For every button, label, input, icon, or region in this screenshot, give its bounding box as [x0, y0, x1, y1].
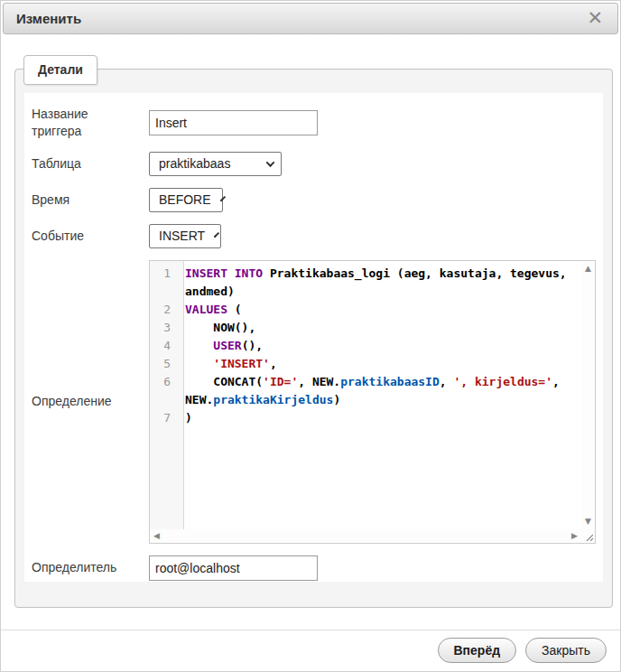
event-select-value: INSERT — [159, 229, 205, 243]
event-row: Событие INSERT — [32, 224, 596, 248]
definition-label: Определение — [32, 393, 149, 410]
code-line: 4 USER(), — [150, 337, 581, 355]
scroll-down-icon[interactable]: ▼ — [585, 518, 591, 526]
trigger-name-input[interactable] — [149, 110, 318, 135]
definer-label: Определитель — [32, 559, 149, 576]
scroll-up-icon[interactable]: ▲ — [585, 265, 591, 273]
close-button[interactable]: Закрыть — [525, 638, 607, 663]
dialog-title: Изменить — [16, 11, 81, 26]
table-select[interactable]: praktikabaas — [149, 152, 282, 176]
code-line: 7) — [150, 409, 581, 427]
table-row: Таблица praktikabaas — [32, 152, 596, 176]
code-line: 3 NOW(), — [150, 319, 581, 337]
edit-trigger-dialog: Изменить ✕ Детали Название триггера Табл… — [0, 0, 621, 672]
code-text: ) — [179, 409, 192, 427]
code-text: USER(), — [179, 337, 263, 355]
line-number: 5 — [150, 355, 179, 373]
code-line: 6 CONCAT('ID=', NEW.praktikabaasID, ', k… — [150, 373, 581, 391]
dialog-titlebar[interactable]: Изменить ✕ — [3, 3, 618, 34]
definer-input[interactable] — [149, 555, 318, 581]
code-lines: 1INSERT INTO Praktikabaas_logi (aeg, kas… — [150, 261, 581, 427]
code-line: 2VALUES ( — [150, 301, 581, 319]
line-number — [150, 283, 179, 301]
line-number: 3 — [150, 319, 179, 337]
details-fieldset: Детали Название триггера Таблица praktik… — [14, 69, 613, 608]
tab-details[interactable]: Детали — [23, 55, 97, 85]
chevron-down-icon — [214, 232, 219, 238]
line-number — [150, 391, 179, 409]
event-select[interactable]: INSERT — [149, 224, 221, 248]
editor-resize-handle[interactable] — [581, 529, 595, 543]
sql-code-editor[interactable]: 1INSERT INTO Praktikabaas_logi (aeg, kas… — [149, 260, 596, 544]
line-number: 7 — [150, 409, 179, 427]
close-icon[interactable]: ✕ — [583, 7, 607, 30]
time-label: Время — [32, 191, 149, 209]
vertical-scrollbar[interactable]: ▲ ▼ — [581, 261, 595, 529]
line-number: 1 — [150, 265, 179, 283]
dialog-footer: Вперёд Закрыть — [1, 630, 620, 671]
code-text: CONCAT('ID=', NEW.praktikabaasID, ', kir… — [179, 373, 560, 391]
line-number: 4 — [150, 337, 179, 355]
horizontal-scrollbar[interactable]: ◀ ▶ — [150, 529, 581, 543]
details-form: Название триггера Таблица praktikabaas — [24, 93, 603, 582]
forward-button[interactable]: Вперёд — [438, 638, 517, 663]
code-line: 1INSERT INTO Praktikabaas_logi (aeg, kas… — [150, 265, 581, 283]
time-select-value: BEFORE — [159, 192, 211, 207]
code-line: NEW.praktikaKirjeldus) — [150, 391, 581, 409]
scroll-left-icon[interactable]: ◀ — [153, 532, 160, 540]
code-text: NEW.praktikaKirjeldus) — [179, 391, 340, 409]
trigger-name-label: Название триггера — [32, 106, 149, 140]
time-select[interactable]: BEFORE — [149, 188, 223, 212]
definer-row: Определитель — [32, 555, 596, 581]
time-row: Время BEFORE — [32, 188, 596, 212]
code-text: 'INSERT', — [179, 355, 277, 373]
code-text: NOW(), — [179, 319, 255, 337]
code-text: INSERT INTO Praktikabaas_logi (aeg, kasu… — [179, 265, 567, 283]
dialog-content: Детали Название триггера Таблица praktik… — [1, 36, 620, 608]
code-area[interactable]: 1INSERT INTO Praktikabaas_logi (aeg, kas… — [150, 261, 581, 529]
code-text: andmed) — [179, 283, 235, 301]
code-line: andmed) — [150, 283, 581, 301]
scroll-right-icon[interactable]: ▶ — [571, 532, 578, 540]
resize-grip-icon — [584, 532, 593, 541]
chevron-down-icon — [266, 158, 275, 167]
definition-row: Определение 1INSERT INTO Praktikabaas_lo… — [32, 260, 596, 544]
line-number: 6 — [150, 373, 179, 391]
table-label: Таблица — [32, 155, 149, 173]
event-label: Событие — [32, 228, 149, 245]
line-number: 2 — [150, 301, 179, 319]
code-text: VALUES ( — [179, 301, 242, 319]
chevron-down-icon — [219, 196, 225, 201]
code-line: 5 'INSERT', — [150, 355, 581, 373]
table-select-value: praktikabaas — [159, 156, 230, 171]
trigger-name-row: Название триггера — [32, 106, 596, 140]
